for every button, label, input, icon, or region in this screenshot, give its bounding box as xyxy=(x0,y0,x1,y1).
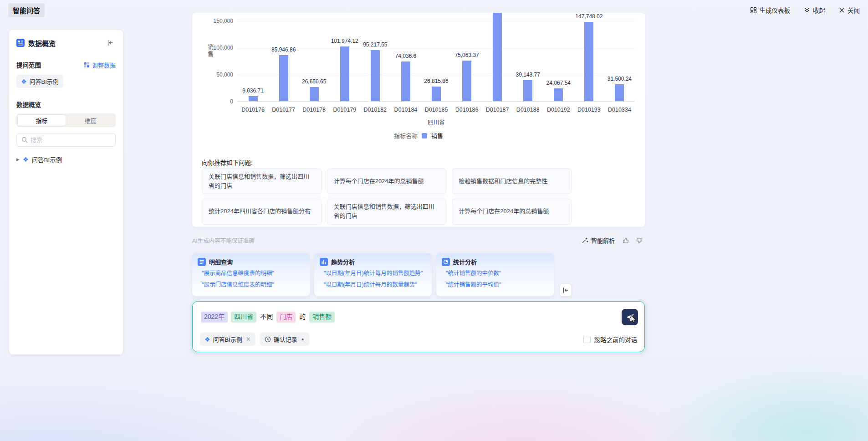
bar-value-label: 85,946.86 xyxy=(271,46,296,53)
input-chips-row: ❖ 问答BI示例 ✕ 确认记录 ▲ 忽略之前的对话 xyxy=(200,333,637,346)
close-button[interactable]: 关闭 xyxy=(839,5,860,15)
thumb-down-icon[interactable] xyxy=(636,237,643,244)
search-box[interactable] xyxy=(16,133,116,147)
send-icon xyxy=(626,313,634,322)
send-button[interactable] xyxy=(622,309,638,325)
recommended-question[interactable]: 关联门店信息和销售数据，筛选出四川省的门店 xyxy=(327,199,447,224)
bar-slot: 9,036.71 xyxy=(238,13,268,101)
sidebar-header: 数据概览 xyxy=(16,37,116,48)
x-tick-label: D010193 xyxy=(574,107,604,113)
smart-analysis-button[interactable]: 智能解析 xyxy=(582,236,615,245)
recommended-question[interactable]: 关联门店信息和销售数据，筛选出四川省的门店 xyxy=(202,169,322,194)
search-input[interactable] xyxy=(31,137,111,144)
dashboard-icon xyxy=(750,7,757,14)
x-tick-label: D010184 xyxy=(390,107,421,113)
tree-item-dataset[interactable]: ▶ ❖ 问答BI示例 xyxy=(16,155,116,164)
tab-metrics[interactable]: 指标 xyxy=(17,114,66,126)
bar-D010177[interactable] xyxy=(279,55,288,101)
suggested-query[interactable]: "以日期(年月日)统计每月的数量趋势" xyxy=(324,279,426,291)
suggested-query[interactable]: "统计销售额的中位数" xyxy=(446,268,548,279)
panel-collapse-button[interactable] xyxy=(559,284,572,297)
query-token-entity[interactable]: 门店 xyxy=(276,312,296,323)
bar-value-label: 95,217.55 xyxy=(363,41,387,48)
close-icon xyxy=(839,7,845,13)
bar-slot: 31,500.24 xyxy=(604,13,635,101)
confirm-record-chip[interactable]: 确认记录 ▲ xyxy=(260,333,309,346)
query-token-region[interactable]: 四川省 xyxy=(231,312,256,323)
suggested-query[interactable]: "以日期(年月日)统计每月的销售额趋势" xyxy=(324,268,426,279)
adjust-data-link[interactable]: 调整数据 xyxy=(84,61,116,69)
expand-arrow-icon[interactable]: ▶ xyxy=(16,157,20,162)
card-title: 统计分析 xyxy=(453,257,477,266)
suggested-query[interactable]: "展示商品信息维度表的明细" xyxy=(202,268,304,279)
card-title: 明细查询 xyxy=(209,257,233,266)
dataset-chip-label: 问答BI示例 xyxy=(213,335,242,344)
bar-D010186[interactable] xyxy=(462,61,471,101)
dataset-chip-input[interactable]: ❖ 问答BI示例 ✕ xyxy=(200,333,255,346)
scope-row: 提问范围 调整数据 xyxy=(16,60,116,69)
bar-D010193[interactable] xyxy=(584,22,593,101)
chart-legend: 指标名称 销售 xyxy=(192,131,645,140)
bar-slot: 95,217.55 xyxy=(360,13,390,101)
x-tick-label: D010188 xyxy=(513,107,543,113)
collapse-left-icon xyxy=(562,287,569,294)
recommended-question[interactable]: 计算每个门店在2024年的总销售额 xyxy=(327,169,447,194)
bar-D010188[interactable] xyxy=(523,80,532,101)
bar-D010179[interactable] xyxy=(340,46,349,101)
card-trend-analysis: 趋势分析 "以日期(年月日)统计每月的销售额趋势""以日期(年月日)统计每月的数… xyxy=(314,253,432,296)
main-area: 销售 150,000100,00050,0000 9,036.7185,946.… xyxy=(192,0,645,441)
tab-dimensions[interactable]: 维度 xyxy=(66,114,115,126)
tree-item-label: 问答BI示例 xyxy=(31,155,62,164)
bar-slot: 26,650.65 xyxy=(299,13,329,101)
bar-value-label: 24,067.54 xyxy=(546,80,571,86)
bar-D010192[interactable] xyxy=(554,88,563,101)
caret-up-icon[interactable]: ▲ xyxy=(301,337,305,341)
answer-card: 销售 150,000100,00050,0000 9,036.7185,946.… xyxy=(192,13,645,227)
generate-dashboard-label: 生成仪表板 xyxy=(760,5,791,15)
sidebar-title: 数据概览 xyxy=(28,38,56,48)
y-tick-label: 100,000 xyxy=(214,45,233,51)
smart-analysis-label: 智能解析 xyxy=(591,236,615,245)
recommended-question[interactable]: 计算每个门店在2024年的总销售额 xyxy=(452,199,572,224)
ai-disclaimer: AI生成内容不能保证准确 xyxy=(192,236,255,245)
feedback-buttons xyxy=(622,237,643,244)
x-axis-labels: D010176D010177D010178D010179D010182D0101… xyxy=(238,107,635,113)
bar-D010178[interactable] xyxy=(310,87,319,101)
bar-D010182[interactable] xyxy=(371,50,380,101)
generate-dashboard-button[interactable]: 生成仪表板 xyxy=(750,5,791,15)
y-tick-label: 0 xyxy=(230,98,233,105)
magic-wand-icon xyxy=(582,237,588,244)
bar-slot: 85,946.86 xyxy=(268,13,299,101)
recommended-question[interactable]: 检验销售数据和门店信息的完整性 xyxy=(452,169,572,194)
clock-icon xyxy=(265,336,271,343)
bar-D010187[interactable] xyxy=(493,13,502,101)
remove-dataset-icon[interactable]: ✕ xyxy=(246,336,251,343)
pie-chart-icon xyxy=(442,258,450,266)
question-input[interactable]: 2022年四川省不同门店的销售额 ❖ 问答BI示例 ✕ 确认记录 ▲ 忽略之前的… xyxy=(192,301,645,352)
query-token-plain[interactable]: 的 xyxy=(299,312,306,323)
query-token-plain[interactable]: 不同 xyxy=(260,312,273,323)
thumb-up-icon[interactable] xyxy=(622,237,629,244)
ignore-previous-checkbox[interactable] xyxy=(583,336,591,343)
bar-slot: 26,815.86 xyxy=(421,13,451,101)
x-tick-label: D010176 xyxy=(238,107,268,113)
x-tick-label: D010185 xyxy=(421,107,451,113)
bar-slot: 101,974.12 xyxy=(329,13,360,101)
bar-D010176[interactable] xyxy=(249,96,258,101)
collapse-button[interactable]: 收起 xyxy=(804,5,825,15)
legend-series-label[interactable]: 销售 xyxy=(431,131,443,140)
topbar: 智能问答 生成仪表板 收起 关闭 xyxy=(0,0,868,20)
app-title: 智能问答 xyxy=(8,3,45,17)
bar-D010185[interactable] xyxy=(432,87,441,101)
query-token-year[interactable]: 2022年 xyxy=(201,312,228,323)
bar-D010184[interactable] xyxy=(401,62,410,101)
bar-D010334[interactable] xyxy=(615,84,624,101)
overview-section-label: 数据概览 xyxy=(16,100,116,109)
suggested-query[interactable]: "展示门店信息维度表的明细" xyxy=(202,279,304,291)
suggested-query[interactable]: "统计销售额的平均值" xyxy=(446,279,548,291)
sidebar-collapse-button[interactable] xyxy=(105,37,116,48)
query-token-metric[interactable]: 销售额 xyxy=(309,312,335,323)
collapse-label: 收起 xyxy=(813,5,825,15)
recommended-question[interactable]: 统计2024年四川省各门店的销售额分布 xyxy=(202,199,322,224)
dataset-chip[interactable]: ❖ 问答BI示例 xyxy=(16,75,63,88)
